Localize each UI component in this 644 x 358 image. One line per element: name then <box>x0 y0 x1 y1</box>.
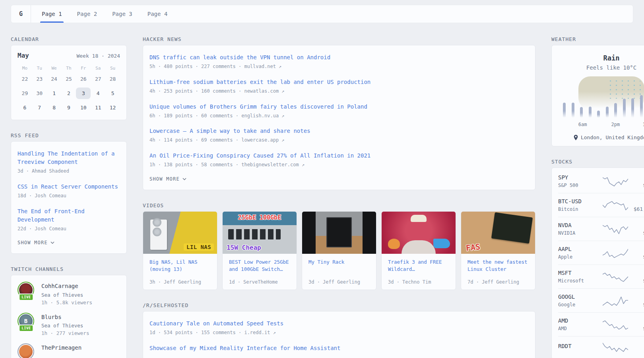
tab-page-2[interactable]: Page 2 <box>72 5 102 23</box>
rss-item-title[interactable]: The End of Front-End Development <box>17 207 120 224</box>
stock-id: NVDANVIDIA <box>558 222 603 236</box>
video-thumbnail: FAS <box>461 212 535 254</box>
video-card[interactable]: 25GbE 100GbE 15W Cheap BEST Low Power 25… <box>222 211 297 290</box>
stock-row-googl[interactable]: GOOGLGoogle+0.25%$167.03 <box>558 288 644 312</box>
stock-ticker: AMD <box>558 317 603 324</box>
stock-row-msft[interactable]: MSFTMicrosoft+2.24%$406.76 <box>558 265 644 288</box>
hn-item-title[interactable]: DNS traffic can leak outside the VPN tun… <box>149 53 529 62</box>
stock-price: $167.03 <box>628 302 644 307</box>
calendar-dow-label: Sa <box>91 64 105 73</box>
switch-ports-graphic <box>228 229 281 239</box>
stock-change: +6.63% <box>628 246 644 252</box>
stock-price: $61,820.02 <box>628 206 644 212</box>
twitch-channel-row[interactable]: ThePrimeagen <box>17 343 120 358</box>
weather-card: Rain Feels like 10°C 12° 6am2pm10pm Lond… <box>551 45 644 146</box>
app-logo[interactable]: G <box>11 5 31 23</box>
calendar-day: 25 <box>62 73 76 85</box>
left-column: CALENDAR May Week 18 · 2024 MoTuWeThFrSa… <box>11 36 127 358</box>
calendar-day-headers: MoTuWeThFrSaSu <box>17 64 120 73</box>
reddit-item-title[interactable]: Cautionary Tale on Automated Speed Tests <box>149 319 529 328</box>
temperature-bar <box>563 103 566 118</box>
twitch-channel-category: Sea of Thieves <box>41 292 92 298</box>
stock-sparkline <box>603 319 628 330</box>
stocks-section-label: STOCKS <box>551 159 644 165</box>
rss-item-title[interactable]: Handling The Indentation of a Treeview C… <box>17 150 120 166</box>
calendar-day: 1 <box>47 88 62 99</box>
stock-sparkline <box>603 341 628 352</box>
temperature-bar <box>580 107 583 118</box>
stocks-card: SPYS&P 500+1.32%$511.69BTC-USDBitcoin+4.… <box>551 167 644 358</box>
tab-page-1[interactable]: Page 1 <box>37 5 67 23</box>
calendar-day-grid: 222324252627282930123456789101112 <box>17 73 120 113</box>
hn-item: Lithium-free sodium batteries exit the l… <box>149 78 529 95</box>
calendar-day: 22 <box>17 73 32 85</box>
docker-whale-graphic <box>433 239 450 248</box>
rss-widget: RSS FEED Handling The Indentation of a T… <box>11 132 127 254</box>
tab-page-4[interactable]: Page 4 <box>143 5 173 23</box>
twitch-card: LIVE CohhCarnage Sea of Thieves 1h · 5.8… <box>11 275 127 358</box>
calendar-day: 29 <box>17 88 32 99</box>
video-title[interactable]: Traefik 3 and FREE Wildcard… <box>388 259 449 273</box>
temperature-bar <box>606 107 609 118</box>
temperature-bars <box>562 78 644 118</box>
weather-section-label: WEATHER <box>551 36 644 42</box>
rss-item: CSS in React Server Components 18d · Jos… <box>17 183 120 199</box>
hn-item-title[interactable]: Unique volumes of Brothers Grimm fairy t… <box>149 103 529 111</box>
temperature-bar <box>589 107 592 118</box>
hn-item-meta: 5h · 480 points · 227 comments · mullvad… <box>149 63 529 70</box>
calendar-day: 30 <box>32 88 47 99</box>
rss-show-more-button[interactable]: SHOW MORE <box>17 240 120 245</box>
video-title[interactable]: Big NAS, Lil NAS (moving 13) <box>149 259 211 273</box>
logo-blob-graphic <box>388 239 400 249</box>
reddit-item-title[interactable]: Showcase of my Mixed Reality Interface f… <box>149 344 529 352</box>
video-card[interactable]: FAS Meet the new fastest Linux Cluster 7… <box>461 211 535 290</box>
hour-axis-label: 6am <box>578 122 587 127</box>
fan-graphic <box>153 218 161 227</box>
video-info: BEST Low Power 25GbE and 100GbE Switch… … <box>223 254 297 290</box>
twitch-channel-row[interactable]: B LIVE Blurbs Sea of Thieves 1h · 277 vi… <box>17 313 120 336</box>
video-title[interactable]: My Tiny Rack <box>308 259 370 266</box>
twitch-channel-info: CohhCarnage Sea of Thieves 1h · 5.8k vie… <box>41 282 92 305</box>
hn-item-title[interactable]: Lithium-free sodium batteries exit the l… <box>149 78 529 86</box>
video-thumbnail: 25GbE 100GbE 15W Cheap <box>223 212 297 254</box>
calendar-dow-label: Th <box>62 64 76 73</box>
hn-item-meta: 1h · 138 points · 58 comments · thebigne… <box>149 161 529 168</box>
stock-ticker: GOOGL <box>558 294 603 300</box>
video-card[interactable]: Traefik 3 and FREE Wildcard… 3d · Techno… <box>381 211 456 290</box>
stock-id: SPYS&P 500 <box>558 174 603 188</box>
rss-item-title[interactable]: CSS in React Server Components <box>17 183 120 191</box>
calendar-dow-label: Tu <box>32 64 47 73</box>
stock-row-spy[interactable]: SPYS&P 500+1.32%$511.69 <box>558 169 644 193</box>
avatar: B LIVE <box>17 313 35 329</box>
calendar-card: May Week 18 · 2024 MoTuWeThFrSaSu 222324… <box>11 45 127 120</box>
videos-widget: VIDEOS LIL NAS Big NAS, Lil NAS (moving … <box>143 202 535 290</box>
video-title[interactable]: Meet the new fastest Linux Cluster <box>467 259 529 273</box>
twitch-channel-row[interactable]: LIVE CohhCarnage Sea of Thieves 1h · 5.8… <box>17 282 120 305</box>
live-badge: LIVE <box>19 325 33 332</box>
tab-page-3[interactable]: Page 3 <box>107 5 137 23</box>
hn-show-more-button[interactable]: SHOW MORE <box>149 176 529 182</box>
weather-condition: Rain <box>558 54 644 62</box>
hn-item-title[interactable]: An Oil Price-Fixing Conspiracy Caused 27… <box>149 152 529 160</box>
hn-item-title[interactable]: Lowercase – A simple way to take and sha… <box>149 127 529 135</box>
video-card[interactable]: LIL NAS Big NAS, Lil NAS (moving 13) 3h … <box>143 211 217 290</box>
mini-rack-graphic <box>326 217 352 247</box>
video-title[interactable]: BEST Low Power 25GbE and 100GbE Switch… <box>229 259 290 273</box>
stock-row-nvda[interactable]: NVDANVIDIA+3.49%$888.12 <box>558 217 644 241</box>
video-info: Big NAS, Lil NAS (moving 13) 3h · Jeff G… <box>143 254 217 290</box>
stock-row-rddt[interactable]: RDDT-1.59% <box>558 336 644 357</box>
stock-change: +0.25% <box>628 294 644 300</box>
videos-carousel[interactable]: LIL NAS Big NAS, Lil NAS (moving 13) 3h … <box>143 211 551 290</box>
twitch-widget: TWITCH CHANNELS LIVE CohhCarnage Sea of … <box>11 266 127 358</box>
stock-change: +4.56% <box>628 198 644 204</box>
twitch-channel-name: CohhCarnage <box>41 282 92 290</box>
stock-change: -1.59% <box>628 343 644 349</box>
thumbnail-text: 25GbE 100GbE <box>223 214 297 221</box>
stock-row-btc-usd[interactable]: BTC-USDBitcoin+4.56%$61,820.02 <box>558 193 644 217</box>
video-card[interactable]: My Tiny Rack 3d · Jeff Geerling <box>302 211 376 290</box>
stock-row-amd[interactable]: AMDAMD+2.97%$150.50 <box>558 312 644 336</box>
stock-ticker: BTC-USD <box>558 198 603 204</box>
stock-change: +1.32% <box>628 174 644 180</box>
stock-row-aapl[interactable]: AAPLApple+6.63%$184.51 <box>558 241 644 265</box>
calendar-day: 12 <box>105 102 120 113</box>
